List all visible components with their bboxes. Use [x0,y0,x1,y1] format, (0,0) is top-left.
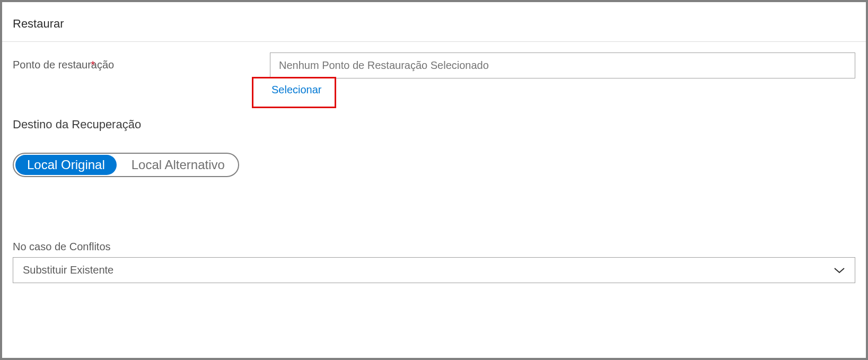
restore-point-input[interactable] [270,52,855,78]
dialog-content: Ponto de restauração * Selecionar Destin… [2,42,866,294]
toggle-alternative-location[interactable]: Local Alternativo [120,155,236,175]
restore-point-row: Ponto de restauração * Selecionar [13,52,855,108]
restore-point-label: Ponto de restauração * [13,59,108,71]
select-restore-point-link[interactable]: Selecionar [271,84,322,95]
conflicts-selected-value: Substituir Existente [23,264,113,276]
dialog-title: Restaurar [13,17,855,31]
dialog-header: Restaurar [2,2,866,42]
restore-point-label-text: Ponto de restauração [13,59,114,71]
conflicts-dropdown[interactable]: Substituir Existente [13,257,855,283]
toggle-original-location[interactable]: Local Original [15,155,117,175]
select-link-highlight: Selecionar [252,77,336,108]
chevron-down-icon [834,267,845,274]
conflicts-label: No caso de Conflitos [13,241,855,253]
restore-point-label-col: Ponto de restauração * [13,52,270,71]
required-asterisk-icon: * [91,59,95,71]
restore-point-input-col: Selecionar [270,52,855,108]
location-toggle-group: Local Original Local Alternativo [13,153,239,177]
recovery-destination-heading: Destino da Recuperação [13,118,855,131]
